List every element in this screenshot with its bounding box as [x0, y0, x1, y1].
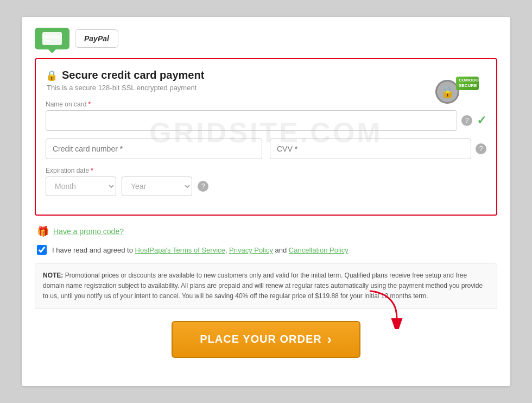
name-help-icon[interactable]: ? — [461, 115, 472, 126]
paypal-label: PayPal — [84, 34, 109, 43]
terms-and: and — [273, 246, 289, 254]
cvv-input[interactable] — [270, 138, 471, 159]
terms-checkbox-wrap[interactable] — [37, 245, 48, 256]
cvv-col: ? — [270, 138, 486, 159]
note-label: NOTE: — [43, 272, 63, 279]
expiry-label: Expiration date * — [46, 167, 486, 174]
expiry-field: Expiration date * Month 010203 040506 07… — [46, 167, 486, 196]
comodo-label: COMODOSECURE — [456, 77, 479, 90]
payment-tabs: PayPal — [35, 28, 497, 49]
terms-comma: , — [225, 246, 229, 254]
secure-subtitle: This is a secure 128-bit SSL encrypted p… — [47, 84, 486, 92]
expiry-row: Month 010203 040506 070809 101112 Year 2… — [46, 177, 486, 196]
name-on-card-label: Name on card * — [46, 100, 486, 108]
order-section: PLACE YOUR ORDER › — [35, 321, 497, 358]
cvv-help-icon[interactable]: ? — [476, 143, 486, 154]
svg-rect-2 — [44, 40, 50, 42]
name-check-icon: ✓ — [477, 114, 486, 128]
card-number-col — [46, 138, 262, 159]
place-order-button[interactable]: PLACE YOUR ORDER › — [172, 321, 360, 358]
terms-text: I have read and agreed to HostPapa's Ter… — [52, 245, 349, 256]
comodo-badge: 🔒 COMODOSECURE — [435, 77, 479, 107]
page-wrapper: PayPal 🔒 COMODOSECURE 🔒 Secure credit ca… — [22, 17, 510, 386]
place-order-chevron: › — [327, 332, 332, 347]
note-box: NOTE: Promotional prices or discounts ar… — [35, 263, 497, 309]
name-on-card-field: Name on card * ? ✓ — [46, 100, 486, 131]
expiry-required: * — [91, 167, 93, 174]
privacy-link[interactable]: Privacy Policy — [229, 246, 273, 254]
name-on-card-row: ? ✓ — [46, 110, 486, 131]
svg-rect-1 — [42, 35, 62, 39]
promo-link[interactable]: Have a promo code? — [53, 227, 124, 236]
credit-card-input[interactable] — [46, 138, 262, 159]
tab-paypal[interactable]: PayPal — [75, 29, 118, 48]
credit-card-icon — [42, 32, 62, 45]
place-order-label: PLACE YOUR ORDER — [200, 333, 322, 345]
terms-prefix: I have read and agreed to — [52, 246, 135, 254]
year-select[interactable]: Year 202420252026 202720282029 2030 — [122, 177, 192, 196]
arrow-icon — [362, 286, 405, 329]
secure-header: 🔒 Secure credit card payment — [46, 69, 486, 81]
note-text: Promotional prices or discounts are avai… — [43, 272, 483, 300]
name-on-card-input[interactable] — [46, 110, 457, 131]
terms-checkbox[interactable] — [37, 245, 47, 255]
required-marker: * — [88, 100, 91, 108]
promo-row: 🎁 Have a promo code? — [35, 225, 497, 237]
cancellation-link[interactable]: Cancellation Policy — [289, 246, 349, 254]
terms-row: I have read and agreed to HostPapa's Ter… — [35, 245, 497, 256]
tos-link[interactable]: HostPapa's Terms of Service — [135, 246, 225, 254]
gift-icon: 🎁 — [37, 225, 49, 237]
secure-payment-box: 🔒 COMODOSECURE 🔒 Secure credit card paym… — [35, 58, 497, 216]
expiry-help-icon[interactable]: ? — [198, 181, 208, 192]
secure-title: Secure credit card payment — [62, 69, 204, 81]
lock-icon: 🔒 — [46, 70, 58, 81]
tab-credit-card[interactable] — [35, 28, 69, 49]
card-cvv-row: ? — [46, 138, 486, 159]
month-select[interactable]: Month 010203 040506 070809 101112 — [46, 177, 116, 196]
lock-symbol-icon: 🔒 — [441, 85, 454, 98]
